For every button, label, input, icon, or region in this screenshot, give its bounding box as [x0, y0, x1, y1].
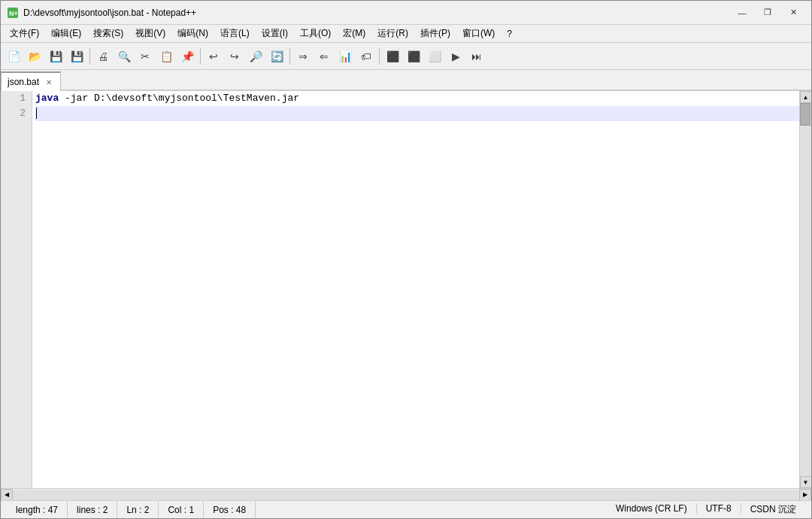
toolbar-btn-summary[interactable]: 📊 — [335, 47, 355, 66]
toolbar-separator-15 — [289, 48, 290, 65]
scroll-up-button[interactable]: ▲ — [800, 91, 812, 103]
toolbar-btn-continue[interactable]: ▶ — [446, 47, 465, 66]
toolbar-btn-redo[interactable]: ↪ — [225, 47, 244, 66]
menu-item-v[interactable]: 视图(V) — [129, 26, 171, 41]
menu-item-e[interactable]: 编辑(E) — [45, 26, 87, 41]
title-bar: N+ D:\devsoft\myjsontool\json.bat - Note… — [1, 1, 811, 25]
code-rest-1: -jar D:\devsoft\myjsontool\TestMaven.jar — [59, 93, 299, 104]
menu-item-f[interactable]: 文件(F) — [4, 26, 45, 41]
scroll-right-button[interactable]: ▶ — [799, 489, 811, 501]
toolbar-btn-copy[interactable]: 📋 — [156, 47, 176, 66]
toolbar-btn-find[interactable]: 🔎 — [246, 47, 265, 66]
toolbar-btn-open[interactable]: 📂 — [25, 47, 44, 66]
code-line-1: java -jar D:\devsoft\myjsontool\TestMave… — [35, 91, 799, 106]
cursor-2 — [36, 108, 43, 119]
status-pos: Pos : 48 — [204, 501, 256, 518]
status-line-ending: Windows (CR LF) — [607, 503, 697, 514]
toolbar-btn-print[interactable]: 🖨 — [93, 47, 113, 66]
code-line-2 — [35, 106, 799, 121]
scroll-thumb[interactable] — [800, 103, 810, 126]
toolbar-btn-paste[interactable]: 📌 — [177, 47, 197, 66]
editor-content[interactable]: java -jar D:\devsoft\myjsontool\TestMave… — [32, 91, 799, 488]
scroll-left-button[interactable]: ◀ — [1, 489, 13, 501]
menu-item-i[interactable]: 设置(I) — [256, 26, 294, 41]
line-number-1: 1 — [1, 91, 32, 106]
window-title: D:\devsoft\myjsontool\json.bat - Notepad… — [23, 8, 730, 18]
tab-0[interactable]: json.bat✕ — [1, 71, 61, 91]
menu-item-o[interactable]: 工具(O) — [294, 26, 337, 41]
toolbar-btn-undo[interactable]: ↩ — [204, 47, 223, 66]
toolbar-btn-replace[interactable]: 🔄 — [267, 47, 286, 66]
toolbar-separator-10 — [200, 48, 201, 65]
status-brand: CSDN 沉淀 — [741, 503, 805, 516]
line-numbers: 12 — [1, 91, 32, 488]
close-button[interactable]: ✕ — [781, 5, 805, 21]
status-right: Windows (CR LF) UTF-8 CSDN 沉淀 — [607, 503, 805, 516]
status-lines: lines : 2 — [68, 501, 117, 518]
app-icon: N+ — [7, 7, 19, 19]
toolbar-btn-step-over[interactable]: ⏭ — [467, 47, 486, 66]
status-bar: length : 47 lines : 2 Ln : 2 Col : 1 Pos… — [1, 500, 811, 518]
toolbar-btn-print-preview[interactable]: 🔍 — [114, 47, 134, 66]
menu-item-s[interactable]: 搜索(S) — [87, 26, 129, 41]
editor-container: 12 java -jar D:\devsoft\myjsontool\TestM… — [1, 91, 811, 488]
status-length: length : 47 — [7, 501, 68, 518]
keyword-span-1: java — [35, 93, 59, 104]
menu-item-p[interactable]: 插件(P) — [414, 26, 456, 41]
toolbar-separator-4 — [89, 48, 90, 65]
menu-bar: 文件(F)编辑(E)搜索(S)视图(V)编码(N)语言(L)设置(I)工具(O)… — [1, 25, 811, 43]
status-col: Col : 1 — [159, 501, 204, 518]
toolbar-btn-pause[interactable]: ⬜ — [425, 47, 444, 66]
toolbar-btn-zoom-in[interactable]: ⇒ — [293, 47, 313, 66]
toolbar-btn-save-all[interactable]: 💾 — [67, 47, 86, 66]
toolbar: 📄📂💾💾🖨🔍✂📋📌↩↪🔎🔄⇒⇐📊🏷⬛⬛⬜▶⏭ — [1, 43, 811, 70]
horizontal-scrollbar[interactable]: ◀ ▶ — [1, 488, 811, 500]
toolbar-separator-20 — [379, 48, 380, 65]
menu-item-[interactable]: ? — [501, 27, 518, 41]
scroll-down-button[interactable]: ▼ — [800, 476, 812, 488]
tab-close-0[interactable]: ✕ — [44, 77, 54, 87]
minimize-button[interactable]: — — [730, 5, 754, 21]
toolbar-btn-zoom-out[interactable]: ⇐ — [314, 47, 334, 66]
scroll-track[interactable] — [800, 103, 811, 476]
toolbar-btn-stop[interactable]: ⬛ — [404, 47, 423, 66]
toolbar-btn-cut[interactable]: ✂ — [135, 47, 155, 66]
status-encoding: UTF-8 — [697, 503, 741, 514]
toolbar-btn-toggle-bookmark[interactable]: 🏷 — [356, 47, 376, 66]
line-number-2: 2 — [1, 106, 32, 121]
restore-button[interactable]: ❐ — [756, 5, 780, 21]
tab-bar: json.bat✕ — [1, 70, 811, 91]
menu-item-m[interactable]: 宏(M) — [337, 26, 371, 41]
hscroll-track[interactable] — [13, 490, 799, 500]
toolbar-btn-run[interactable]: ⬛ — [383, 47, 402, 66]
menu-item-w[interactable]: 窗口(W) — [456, 26, 501, 41]
toolbar-btn-new[interactable]: 📄 — [4, 47, 23, 66]
menu-item-r[interactable]: 运行(R) — [371, 26, 414, 41]
menu-item-n[interactable]: 编码(N) — [171, 26, 214, 41]
tab-label-0: json.bat — [8, 77, 39, 87]
status-ln: Ln : 2 — [117, 501, 159, 518]
toolbar-btn-save[interactable]: 💾 — [46, 47, 65, 66]
svg-text:N+: N+ — [9, 10, 18, 17]
window-controls: — ❐ ✕ — [730, 5, 805, 21]
vertical-scrollbar[interactable]: ▲ ▼ — [799, 91, 811, 488]
menu-item-l[interactable]: 语言(L) — [214, 26, 256, 41]
